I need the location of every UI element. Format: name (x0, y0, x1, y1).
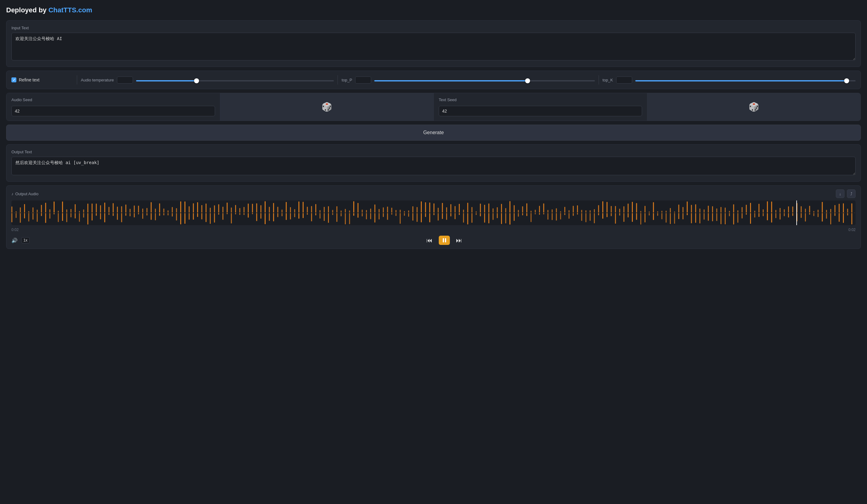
output-text-card: Output Text (6, 144, 861, 182)
audio-title: ♪ Output Audio (11, 192, 39, 196)
text-seed-label: Text Seed (439, 97, 642, 102)
audio-player-card: ♪ Output Audio ↓ ⤴ 0:02 0:02 🔊 1x ⏮ (6, 185, 861, 249)
audio-title-text: Output Audio (15, 192, 39, 196)
top-k-slider[interactable] (635, 80, 856, 82)
download-icon: ↓ (839, 192, 842, 196)
playhead (796, 201, 797, 225)
text-seed-input[interactable]: 42 (439, 106, 642, 116)
audio-header: ♪ Output Audio ↓ ⤴ (11, 189, 856, 198)
time-end: 0:02 (848, 228, 856, 232)
output-text-label: Output Text (11, 150, 856, 154)
pause-bar-left (443, 238, 444, 243)
forward-icon: ⏭ (456, 237, 462, 244)
text-seed-card: Text Seed 42 (434, 93, 647, 121)
top-p-group: top_P 0.7 (342, 76, 595, 84)
header-prefix: Deployed by (6, 6, 49, 14)
controls-row: Refine text Audio temperature 0.3 top_P … (6, 71, 861, 89)
audio-seed-label: Audio Seed (11, 97, 215, 102)
share-button[interactable]: ⤴ (847, 189, 856, 198)
page-header: Deployed by ChatTTS.com (6, 6, 861, 14)
audio-seed-dice[interactable]: 🎲 (220, 93, 434, 121)
download-button[interactable]: ↓ (836, 189, 845, 198)
input-text-card: Input Text (6, 20, 861, 67)
music-icon: ♪ (11, 192, 13, 196)
audio-seed-card: Audio Seed 42 (7, 93, 220, 121)
refine-label: Refine text (19, 77, 40, 82)
pause-button[interactable] (439, 236, 450, 245)
text-dice-icon: 🎲 (749, 102, 759, 112)
playback-controls: ⏮ ⏭ (33, 236, 856, 245)
top-p-slider-container (374, 77, 595, 83)
rewind-button[interactable]: ⏮ (426, 237, 432, 244)
time-start: 0:02 (11, 228, 19, 232)
top-p-label: top_P (342, 78, 352, 82)
generate-button[interactable]: Generate (6, 125, 861, 141)
audio-temp-label: Audio temperature (81, 78, 114, 82)
audio-seed-input[interactable]: 42 (11, 106, 215, 116)
volume-button[interactable]: 🔊 (11, 237, 18, 243)
refine-group: Refine text (11, 77, 73, 82)
audio-temp-slider[interactable] (136, 80, 334, 82)
seed-row: Audio Seed 42 🎲 Text Seed 42 🎲 (6, 93, 861, 121)
audio-dice-icon: 🎲 (321, 102, 332, 112)
input-text-area[interactable] (11, 33, 856, 61)
audio-temp-value[interactable]: 0.3 (117, 76, 133, 84)
top-k-label: top_K (602, 78, 613, 82)
waveform-canvas (11, 201, 856, 225)
top-k-value[interactable]: 20 (616, 76, 632, 84)
input-text-label: Input Text (11, 25, 856, 30)
player-controls: 🔊 1x ⏮ ⏭ (11, 236, 856, 245)
audio-actions: ↓ ⤴ (836, 189, 856, 198)
speed-button[interactable]: 1x (21, 237, 30, 243)
waveform-container[interactable] (11, 201, 856, 225)
forward-button[interactable]: ⏭ (456, 237, 462, 244)
top-p-slider[interactable] (374, 80, 595, 82)
top-k-group: top_K 20 (602, 76, 856, 84)
time-row: 0:02 0:02 (11, 227, 856, 233)
output-text-area[interactable] (11, 157, 856, 175)
audio-temp-slider-container (136, 77, 334, 83)
refine-checkbox[interactable] (11, 77, 17, 82)
share-icon: ⤴ (850, 192, 853, 196)
top-k-slider-container (635, 77, 856, 83)
top-p-value[interactable]: 0.7 (355, 76, 371, 84)
rewind-icon: ⏮ (426, 237, 432, 244)
audio-temperature-group: Audio temperature 0.3 (81, 76, 334, 84)
pause-bar-right (445, 238, 446, 243)
text-seed-dice[interactable]: 🎲 (647, 93, 860, 121)
chattts-link[interactable]: ChatTTS.com (49, 6, 92, 14)
